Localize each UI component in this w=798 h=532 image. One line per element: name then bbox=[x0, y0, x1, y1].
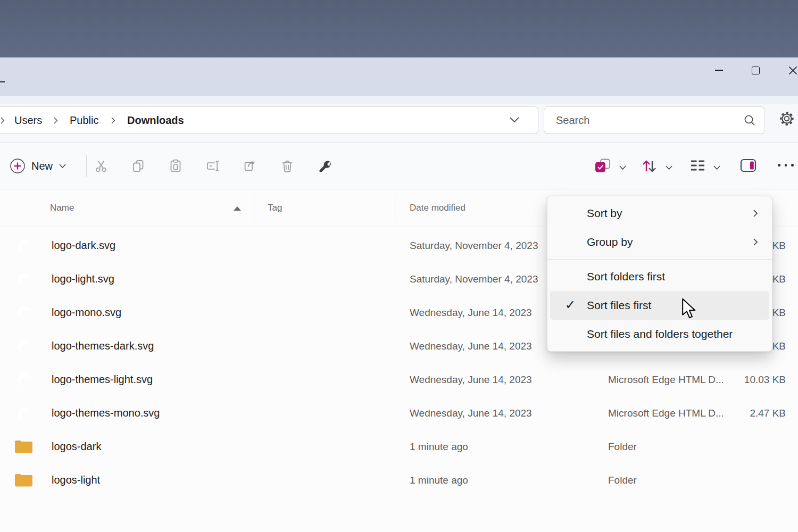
file-name: logos-dark bbox=[52, 430, 101, 463]
file-date-modified: 1 minute ago bbox=[410, 463, 468, 497]
file-date-modified: Saturday, November 4, 2023 bbox=[410, 229, 538, 262]
file-name: logos-light bbox=[52, 463, 100, 497]
file-name: logo-light.svg bbox=[52, 262, 114, 296]
file-name: logo-dark.svg bbox=[52, 229, 115, 262]
file-name: logo-themes-mono.svg bbox=[52, 396, 160, 430]
folder-icon bbox=[13, 436, 34, 457]
edge-logo-icon bbox=[13, 268, 34, 289]
file-name: logo-themes-light.svg bbox=[52, 363, 153, 396]
file-size: 2.47 KB bbox=[750, 396, 786, 430]
file-type: Folder bbox=[608, 463, 637, 497]
file-name: logo-mono.svg bbox=[52, 296, 121, 329]
file-date-modified: 1 minute ago bbox=[410, 430, 468, 463]
file-size: KB bbox=[772, 296, 786, 329]
file-type: Microsoft Edge HTML D... bbox=[608, 363, 724, 396]
file-size: KB bbox=[772, 262, 786, 296]
file-date-modified: Wednesday, June 14, 2023 bbox=[410, 396, 532, 430]
file-type: Microsoft Edge HTML D... bbox=[608, 396, 724, 430]
menu-item-sort-by[interactable]: Sort by bbox=[547, 199, 772, 228]
menu-item-sort-files-and-folders-together[interactable]: Sort files and folders together bbox=[547, 320, 772, 348]
submenu-chevron-icon bbox=[753, 238, 758, 246]
file-size: 10.03 KB bbox=[744, 363, 786, 396]
menu-separator bbox=[547, 259, 772, 260]
edge-logo-icon bbox=[13, 302, 34, 323]
file-row[interactable]: logos-light 1 minute ago Folder bbox=[0, 463, 798, 497]
edge-logo-icon bbox=[13, 369, 34, 390]
edge-logo-icon bbox=[13, 235, 34, 256]
file-date-modified: Wednesday, June 14, 2023 bbox=[410, 329, 532, 363]
submenu-chevron-icon bbox=[753, 209, 758, 218]
file-row[interactable]: logos-dark 1 minute ago Folder bbox=[0, 430, 798, 463]
file-size: KB bbox=[772, 229, 786, 262]
file-row[interactable]: logo-themes-mono.svg Wednesday, June 14,… bbox=[0, 396, 798, 430]
file-row[interactable]: logo-themes-light.svg Wednesday, June 14… bbox=[0, 363, 798, 396]
context-menu: Sort by Group by Sort folders first ✓ So… bbox=[547, 196, 772, 352]
file-name: logo-themes-dark.svg bbox=[52, 329, 154, 363]
checkmark-icon: ✓ bbox=[565, 297, 576, 312]
file-type: Folder bbox=[608, 430, 637, 463]
edge-logo-icon bbox=[13, 402, 34, 423]
file-date-modified: Saturday, November 4, 2023 bbox=[410, 262, 538, 296]
mouse-cursor bbox=[681, 298, 697, 321]
menu-item-group-by[interactable]: Group by bbox=[547, 228, 772, 256]
menu-item-sort-folders-first[interactable]: Sort folders first bbox=[547, 262, 772, 291]
edge-logo-icon bbox=[13, 335, 34, 356]
folder-icon bbox=[13, 469, 34, 491]
file-date-modified: Wednesday, June 14, 2023 bbox=[410, 363, 532, 396]
file-date-modified: Wednesday, June 14, 2023 bbox=[410, 296, 532, 329]
menu-item-sort-files-first[interactable]: ✓ Sort files first bbox=[550, 291, 769, 320]
